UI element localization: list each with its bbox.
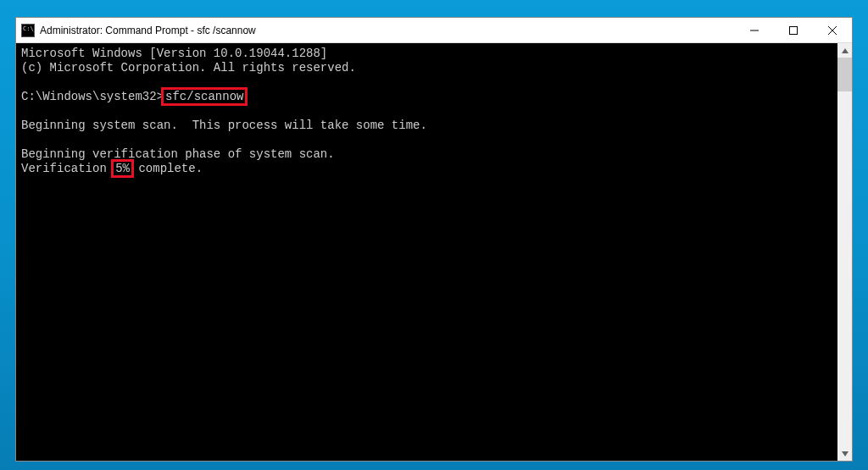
cmd-icon: [21, 24, 35, 37]
command-prompt-window: Administrator: Command Prompt - sfc /sca…: [15, 17, 853, 462]
terminal-output[interactable]: Microsoft Windows [Version 10.0.19044.12…: [16, 43, 837, 461]
verif-prefix: Verification: [21, 162, 114, 175]
highlight-percent: 5%: [114, 162, 131, 175]
line-copyright: (c) Microsoft Corporation. All rights re…: [21, 61, 356, 75]
window-title: Administrator: Command Prompt - sfc /sca…: [40, 25, 735, 36]
vertical-scrollbar[interactable]: [837, 43, 852, 461]
maximize-button[interactable]: [774, 18, 813, 42]
prompt-prefix: C:\Windows\system32>: [21, 90, 164, 103]
close-button[interactable]: [813, 18, 852, 42]
minimize-button[interactable]: [735, 18, 774, 42]
svg-rect-1: [790, 26, 798, 34]
window-controls: [735, 18, 852, 42]
scroll-down-arrow-icon[interactable]: [837, 446, 852, 461]
line-version: Microsoft Windows [Version 10.0.19044.12…: [21, 47, 327, 60]
scroll-up-arrow-icon[interactable]: [837, 43, 852, 58]
titlebar[interactable]: Administrator: Command Prompt - sfc /sca…: [16, 18, 852, 43]
line-begin-scan: Beginning system scan. This process will…: [21, 119, 427, 132]
verif-suffix: complete.: [131, 162, 203, 175]
highlight-command: sfc/scannow: [164, 90, 245, 103]
scroll-thumb[interactable]: [837, 58, 852, 91]
line-verification-phase: Beginning verification phase of system s…: [21, 147, 335, 161]
terminal-area: Microsoft Windows [Version 10.0.19044.12…: [16, 43, 852, 461]
